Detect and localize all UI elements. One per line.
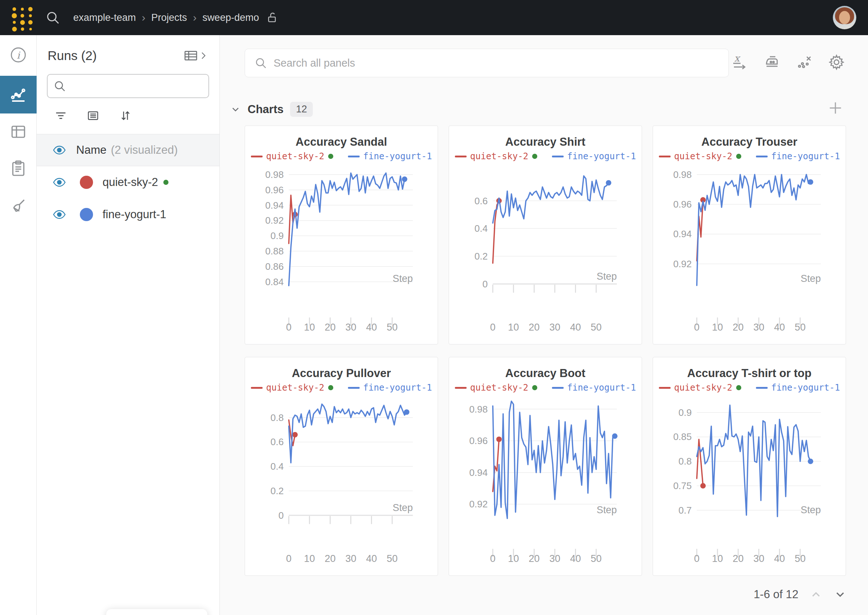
legend-dash xyxy=(455,156,467,158)
svg-text:0.96: 0.96 xyxy=(673,199,691,209)
svg-text:0.6: 0.6 xyxy=(475,196,488,206)
run-name: quiet-sky-2 xyxy=(103,176,158,189)
sidebar-item-overview[interactable]: i xyxy=(0,36,37,73)
legend-run-name: fine-yogurt-1 xyxy=(771,382,840,393)
eye-icon[interactable] xyxy=(53,176,66,189)
svg-text:i: i xyxy=(17,50,20,61)
chart-title: Accuracy Trouser xyxy=(653,136,846,149)
legend-item[interactable]: fine-yogurt-1 xyxy=(552,382,636,393)
svg-text:0: 0 xyxy=(490,322,496,333)
legend-item[interactable]: fine-yogurt-1 xyxy=(348,151,432,161)
svg-text:20: 20 xyxy=(324,553,335,564)
avatar[interactable] xyxy=(833,6,856,29)
outlier-scatter-icon[interactable] xyxy=(796,53,813,71)
svg-text:50: 50 xyxy=(795,553,806,564)
chart-panel[interactable]: Accuracy Trouser quiet-sky-2fine-yogurt-… xyxy=(653,126,846,345)
svg-text:10: 10 xyxy=(712,553,723,564)
smoothing-iron-icon[interactable] xyxy=(763,53,781,71)
runs-table-icon[interactable] xyxy=(183,48,198,63)
svg-text:0: 0 xyxy=(694,553,699,564)
chart-title: Accuracy T-shirt or top xyxy=(653,367,846,381)
search-icon xyxy=(255,57,267,69)
chart-canvas: 00.20.40.601020304050Step xyxy=(449,162,642,335)
chart-panel[interactable]: Accuracy Sandal quiet-sky-2fine-yogurt-1… xyxy=(245,126,438,345)
page-down-icon[interactable] xyxy=(834,588,847,601)
sidebar-item-table[interactable] xyxy=(0,113,37,150)
svg-text:10: 10 xyxy=(508,553,519,564)
page-up-icon[interactable] xyxy=(809,588,823,601)
breadcrumb: example-team › Projects › sweep-demo xyxy=(73,11,279,24)
svg-text:10: 10 xyxy=(712,322,723,333)
breadcrumb-project[interactable]: sweep-demo xyxy=(203,12,259,23)
chart-panel[interactable]: Accuracy Pullover quiet-sky-2fine-yogurt… xyxy=(245,357,438,576)
chart-canvas: 0.840.860.880.90.920.940.960.98010203040… xyxy=(245,162,438,335)
running-status-dot xyxy=(532,154,537,159)
svg-text:20: 20 xyxy=(732,322,743,333)
name-column-label: Name xyxy=(76,144,106,157)
svg-text:50: 50 xyxy=(387,553,398,564)
pagination-label: 1-6 of 12 xyxy=(754,588,798,601)
legend-item[interactable]: quiet-sky-2 xyxy=(251,382,333,393)
sidebar-item-reports[interactable] xyxy=(0,149,37,187)
chart-panel[interactable]: Accuracy Shirt quiet-sky-2fine-yogurt-1 … xyxy=(449,126,642,345)
sidebar-item-sweeps[interactable] xyxy=(0,187,37,225)
legend-item[interactable]: quiet-sky-2 xyxy=(251,151,333,161)
svg-text:0: 0 xyxy=(286,322,291,333)
x-axis-icon[interactable]: x xyxy=(731,53,749,71)
legend-item[interactable]: quiet-sky-2 xyxy=(455,382,537,393)
legend-item[interactable]: fine-yogurt-1 xyxy=(756,151,840,161)
legend-item[interactable]: fine-yogurt-1 xyxy=(552,151,636,161)
svg-text:0: 0 xyxy=(482,279,488,289)
legend-item[interactable]: quiet-sky-2 xyxy=(659,151,741,161)
top-navbar: example-team › Projects › sweep-demo xyxy=(0,0,868,35)
svg-text:50: 50 xyxy=(387,322,398,333)
expand-chevron-icon[interactable] xyxy=(198,50,208,61)
settings-gear-icon[interactable] xyxy=(828,53,845,71)
avatar-face xyxy=(839,11,850,24)
runs-search-input[interactable] xyxy=(47,74,209,98)
chart-panel[interactable]: Accuracy Boot quiet-sky-2fine-yogurt-1 0… xyxy=(449,357,642,576)
eye-icon[interactable] xyxy=(53,208,66,221)
chart-canvas: 0.920.940.960.9801020304050Step xyxy=(449,394,642,566)
svg-text:40: 40 xyxy=(570,553,581,564)
legend-item[interactable]: quiet-sky-2 xyxy=(455,151,537,161)
add-panel-button[interactable] xyxy=(827,100,844,116)
legend-dash xyxy=(552,387,564,389)
legend-run-name: quiet-sky-2 xyxy=(674,151,732,161)
charts-label[interactable]: Charts xyxy=(247,103,283,116)
svg-text:40: 40 xyxy=(366,322,377,333)
legend-item[interactable]: fine-yogurt-1 xyxy=(348,382,432,393)
breadcrumb-team[interactable]: example-team xyxy=(73,12,136,23)
svg-text:0.9: 0.9 xyxy=(271,231,284,241)
sidebar-item-workspace[interactable] xyxy=(0,76,37,114)
svg-text:20: 20 xyxy=(529,322,540,333)
svg-text:50: 50 xyxy=(795,322,806,333)
list-icon[interactable] xyxy=(86,109,100,122)
wandb-logo-icon[interactable] xyxy=(10,6,34,29)
breadcrumb-projects[interactable]: Projects xyxy=(151,12,187,23)
legend-dash xyxy=(659,387,671,389)
legend-run-name: fine-yogurt-1 xyxy=(363,382,432,393)
info-icon: i xyxy=(9,46,27,64)
search-icon[interactable] xyxy=(45,10,60,25)
chart-legend: quiet-sky-2fine-yogurt-1 xyxy=(449,150,642,162)
svg-text:30: 30 xyxy=(753,553,764,564)
chart-panel[interactable]: Accuracy T-shirt or top quiet-sky-2fine-… xyxy=(653,357,846,576)
legend-item[interactable]: fine-yogurt-1 xyxy=(756,382,840,393)
svg-text:0.92: 0.92 xyxy=(265,215,283,225)
bottom-popup[interactable] xyxy=(106,609,207,615)
svg-text:0.98: 0.98 xyxy=(469,404,488,414)
panel-search-input[interactable] xyxy=(245,49,729,77)
svg-text:50: 50 xyxy=(591,322,602,333)
running-status-dot xyxy=(163,180,169,185)
chart-legend: quiet-sky-2fine-yogurt-1 xyxy=(653,381,846,394)
svg-text:30: 30 xyxy=(346,553,357,564)
chevron-down-icon[interactable] xyxy=(230,104,241,115)
sort-icon[interactable] xyxy=(119,109,132,122)
eye-icon[interactable] xyxy=(53,144,66,157)
run-row-fine-yogurt-1[interactable]: fine-yogurt-1 xyxy=(37,198,219,231)
svg-text:0: 0 xyxy=(694,322,699,333)
run-row-quiet-sky-2[interactable]: quiet-sky-2 xyxy=(37,166,219,198)
filter-icon[interactable] xyxy=(54,109,67,122)
legend-item[interactable]: quiet-sky-2 xyxy=(659,382,741,393)
